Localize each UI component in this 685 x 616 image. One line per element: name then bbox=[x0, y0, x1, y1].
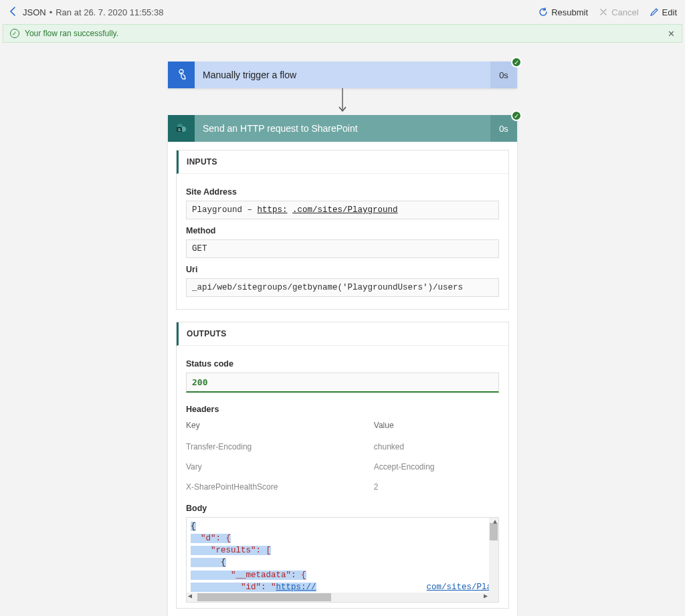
json-key-d: "d": { bbox=[191, 534, 231, 543]
resubmit-label: Resubmit bbox=[551, 7, 588, 17]
headers-label: Headers bbox=[186, 405, 499, 414]
body-code-viewer[interactable]: { "d": { "results": [ { "__metadata": { … bbox=[186, 517, 499, 603]
edit-button[interactable]: Edit bbox=[650, 7, 677, 17]
cancel-button: Cancel bbox=[599, 7, 638, 17]
run-timestamp: Ran at 26. 7. 2020 11:55:38 bbox=[56, 7, 163, 17]
close-icon bbox=[599, 7, 608, 17]
site-address-link-a[interactable]: https: bbox=[258, 205, 288, 215]
table-row: Transfer-Encoding chunked bbox=[186, 437, 499, 457]
method-label: Method bbox=[186, 226, 499, 235]
inputs-heading: INPUTS bbox=[177, 150, 508, 174]
touch-icon bbox=[168, 62, 195, 88]
separator: • bbox=[50, 7, 53, 17]
uri-label: Uri bbox=[186, 265, 499, 274]
status-code-value: 200 bbox=[186, 373, 499, 393]
header-value: Accept-Encoding bbox=[374, 457, 499, 477]
horizontal-thumb[interactable] bbox=[197, 593, 331, 601]
header-key: X-SharePointHealthScore bbox=[186, 477, 374, 497]
success-check-icon: ✓ bbox=[10, 29, 19, 38]
headers-table: Key Value Transfer-Encoding chunked Vary… bbox=[186, 418, 499, 497]
edit-label: Edit bbox=[662, 7, 677, 17]
site-address-prefix: Playground – bbox=[192, 205, 258, 215]
sharepoint-title: Send an HTTP request to SharePoint bbox=[195, 123, 490, 134]
header-value: chunked bbox=[374, 437, 499, 457]
json-key-results: "results": [ bbox=[191, 546, 271, 555]
site-address-link-b[interactable]: .com/sites/Playground bbox=[292, 205, 398, 215]
headers-key-column: Key bbox=[186, 418, 374, 437]
body-label: Body bbox=[186, 504, 499, 513]
method-value: GET bbox=[186, 239, 499, 258]
run-title: JSON bbox=[23, 7, 46, 17]
json-key-metadata: "__metadata": { bbox=[191, 571, 306, 580]
scroll-left-icon[interactable]: ◀ bbox=[188, 592, 192, 602]
success-banner: ✓ Your flow ran successfully. ✕ bbox=[3, 24, 682, 43]
site-address-label: Site Address bbox=[186, 187, 499, 197]
trigger-title: Manually trigger a flow bbox=[195, 70, 490, 80]
json-redacted bbox=[316, 583, 427, 592]
uri-value: _api/web/sitegroups/getbyname('Playgroun… bbox=[186, 278, 499, 297]
site-address-redacted bbox=[288, 205, 293, 215]
sharepoint-card[interactable]: ✓ S Send an HTTP request to SharePoint 0… bbox=[168, 115, 517, 616]
header-value: 2 bbox=[374, 477, 499, 497]
json-link[interactable]: com/sites/Playground/_ap bbox=[427, 583, 499, 592]
table-row: X-SharePointHealthScore 2 bbox=[186, 477, 499, 497]
json-brace: { bbox=[191, 522, 196, 531]
trigger-header[interactable]: Manually trigger a flow 0s bbox=[168, 62, 517, 88]
sharepoint-header[interactable]: S Send an HTTP request to SharePoint 0s bbox=[168, 115, 517, 142]
json-brace: { bbox=[191, 558, 226, 567]
resubmit-button[interactable]: Resubmit bbox=[539, 7, 588, 17]
outputs-section: OUTPUTS Status code 200 Headers Key Valu… bbox=[176, 322, 509, 609]
headers-value-column: Value bbox=[374, 418, 499, 437]
json-link[interactable]: https:// bbox=[276, 583, 316, 592]
json-key-id: "id": " bbox=[191, 583, 276, 592]
header-key: Vary bbox=[186, 457, 374, 477]
top-bar: JSON • Ran at 26. 7. 2020 11:55:38 Resub… bbox=[0, 0, 685, 24]
banner-message: Your flow ran successfully. bbox=[25, 29, 118, 38]
outputs-heading: OUTPUTS bbox=[177, 322, 508, 346]
close-banner-icon[interactable]: ✕ bbox=[668, 29, 675, 39]
cancel-label: Cancel bbox=[611, 7, 638, 17]
header-key: Transfer-Encoding bbox=[186, 437, 374, 457]
status-code-label: Status code bbox=[186, 359, 499, 369]
success-badge-icon: ✓ bbox=[511, 57, 522, 68]
scroll-right-icon[interactable]: ▶ bbox=[484, 592, 488, 602]
back-icon[interactable] bbox=[8, 6, 23, 19]
svg-text:S: S bbox=[178, 128, 181, 132]
trigger-card[interactable]: ✓ Manually trigger a flow 0s bbox=[168, 62, 517, 88]
flow-canvas: ✓ Manually trigger a flow 0s ✓ S Send an… bbox=[0, 43, 685, 616]
resubmit-icon bbox=[539, 7, 548, 17]
sharepoint-body: INPUTS Site Address Playground – https: … bbox=[168, 142, 517, 616]
success-badge-icon: ✓ bbox=[511, 110, 522, 121]
connector-arrow bbox=[337, 88, 348, 115]
inputs-section: INPUTS Site Address Playground – https: … bbox=[176, 150, 509, 310]
sharepoint-icon: S bbox=[168, 115, 195, 142]
scroll-up-icon[interactable]: ▲ bbox=[493, 518, 497, 528]
table-row: Vary Accept-Encoding bbox=[186, 457, 499, 477]
site-address-value: Playground – https: .com/sites/Playgroun… bbox=[186, 201, 499, 219]
edit-icon bbox=[650, 7, 659, 17]
